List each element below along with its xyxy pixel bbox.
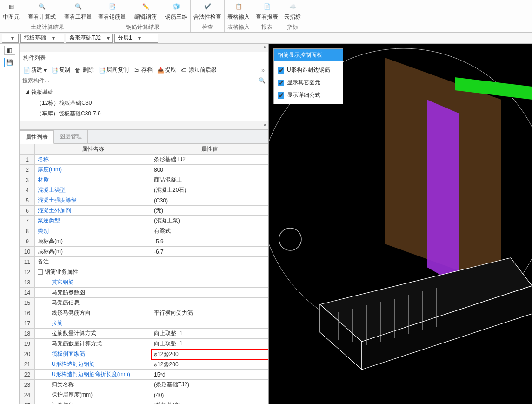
table-row[interactable]: 14马凳筋参数图 [20,288,268,298]
rail-btn-1[interactable]: ◧ [4,46,15,55]
ribbon-group-table: 📋表格输入 表格输入 [225,0,253,32]
rib-qty[interactable]: 🔍查看工程量 [64,1,92,21]
prop-value[interactable]: (无) [151,206,268,216]
prop-value[interactable] [151,298,268,308]
prop-value[interactable] [151,267,268,277]
new-button[interactable]: 📄新建 ▾ [23,66,47,74]
checkbox[interactable] [278,80,284,86]
rib-edit-rebar[interactable]: ✏️编辑钢筋 [134,1,157,21]
prop-value[interactable]: 800 [151,165,268,175]
prop-value[interactable]: (混凝土20石) [151,185,268,195]
search-icon[interactable]: 🔍 [259,77,266,84]
opt-formula[interactable]: 显示详细公式 [278,91,339,99]
rib-validate[interactable]: ✔️合法性检查 [193,1,221,21]
prop-value[interactable]: 条形基础TJ2 [151,155,268,165]
table-row[interactable]: 25汇总信息(筏板基础) [20,400,268,404]
row-num: 1 [20,155,35,165]
rib-formula[interactable]: 🔍查看计算式 [28,1,56,21]
tab-properties[interactable]: 属性列表 [20,130,54,144]
prop-value[interactable]: -6.7 [151,247,268,257]
group-label: 检查 [202,21,213,31]
row-num: 13 [20,277,35,288]
table-row[interactable]: 16线形马凳筋方向平行横向受力筋 [20,308,268,318]
tree-item-1[interactable]: （12栋）筏板基础C30 [20,98,268,108]
prop-value[interactable]: (C30) [151,195,268,206]
tree-item-2[interactable]: （车库）筏板基础C30-7.9 [20,108,268,119]
prop-value[interactable]: 商品混凝土 [151,175,268,185]
search-input[interactable] [22,77,259,84]
rib-rebar-qty[interactable]: 📑查看钢筋量 [98,1,126,21]
rib-cloud[interactable]: ☁️云指标 [284,1,301,21]
combo-layer[interactable]: 分层1▾ [114,34,158,43]
rib-midel[interactable]: ▦中图元 [3,1,20,21]
prop-value[interactable]: -5.9 [151,236,268,247]
rib-table-input[interactable]: 📋表格输入 [227,1,250,21]
prop-value[interactable]: (筏板基础) [151,400,268,404]
table-row[interactable]: 1名称条形基础TJ2 [20,155,268,165]
table-row[interactable]: 23归类名称(条形基础TJ2) [20,380,268,390]
prop-value[interactable]: ⌀12@200 [151,359,268,370]
table-row[interactable]: 19马凳筋数量计算方式向上取整+1 [20,339,268,349]
table-row[interactable]: 8类别有梁式 [20,226,268,236]
table-row[interactable]: 15马凳筋信息 [20,298,268,308]
table-row[interactable]: 9顶标高(m)-5.9 [20,236,268,247]
tree-root[interactable]: ◢ 筏板基础 [20,87,268,98]
prop-value[interactable]: 15*d [151,370,268,380]
copy-button[interactable]: 📑复制 [51,66,70,74]
prop-value[interactable]: 向上取整+1 [151,339,268,349]
table-row[interactable]: 10底标高(m)-6.7 [20,247,268,257]
table-row[interactable]: 2厚度(mm)800 [20,165,268,175]
table-row[interactable]: 17拉筋 [20,318,268,329]
table-row[interactable]: 21U形构造封边钢筋⌀12@200 [20,359,268,370]
prop-value[interactable]: 向上取整+1 [151,329,268,339]
toolbar-more[interactable]: » [261,67,265,74]
stash-button[interactable]: 🗂存档 [133,66,153,74]
table-row[interactable]: 5混凝土强度等级(C30) [20,195,268,206]
checkbox[interactable] [278,92,284,99]
prop-value[interactable] [151,257,268,267]
table-row[interactable]: 7泵送类型(混凝土泵) [20,216,268,226]
close-icon[interactable]: × [264,44,266,50]
checkbox[interactable] [278,67,284,74]
table-row[interactable]: 22U形构造封边钢筋弯折长度(mm)15*d [20,370,268,380]
ribbon-bar: ▦中图元 🔍查看计算式 🔍查看工程量 土建计算结果 📑查看钢筋量 ✏️编辑钢筋 … [0,0,532,33]
table-row[interactable]: 11备注 [20,257,268,267]
prop-value[interactable]: (混凝土泵) [151,216,268,226]
row-num: 10 [20,247,35,257]
table-icon: 📋 [233,1,244,12]
table-row[interactable]: 4混凝土类型(混凝土20石) [20,185,268,195]
rail-btn-2[interactable]: 💾 [4,58,15,67]
affix-button[interactable]: 🏷添加前后缀 [181,66,217,74]
table-row[interactable]: 20筏板侧面纵筋⌀12@200 [20,349,268,359]
close-icon[interactable]: × [264,122,266,128]
table-row[interactable]: 13其它钢筋 [20,277,268,288]
prop-value[interactable]: ⌀12@200 [151,349,268,359]
combo-blank[interactable]: ▾ [2,34,19,43]
row-num: 22 [20,370,35,380]
tab-layers[interactable]: 图层管理 [53,130,88,143]
opt-u-rebar[interactable]: U形构造封边钢筋 [278,66,339,74]
table-row[interactable]: 6混凝土外加剂(无) [20,206,268,216]
viewport-3d[interactable]: 钢筋显示控制面板 U形构造封边钢筋 显示其它图元 显示详细公式 [269,44,532,404]
prop-value[interactable]: 有梁式 [151,226,268,236]
prop-value[interactable]: 平行横向受力筋 [151,308,268,318]
rib-report[interactable]: 📄查看报表 [256,1,278,21]
opt-other[interactable]: 显示其它图元 [278,79,339,87]
table-row[interactable]: 24保护层厚度(mm)(40) [20,390,268,400]
extract-button[interactable]: 📤提取 [157,66,176,74]
prop-value[interactable] [151,318,268,329]
combo-component[interactable]: 条形基础TJ2▾ [66,34,113,43]
combo-category[interactable]: 筏板基础▾ [20,34,64,43]
prop-value[interactable]: (条形基础TJ2) [151,380,268,390]
prop-value[interactable] [151,288,268,298]
edit-rebar-icon: ✏️ [140,1,151,12]
prop-value[interactable] [151,277,268,288]
prop-value[interactable]: (40) [151,390,268,400]
table-row[interactable]: 18拉筋数量计算方式向上取整+1 [20,329,268,339]
table-row[interactable]: 12−钢筋业务属性 [20,267,268,277]
rib-rebar3d[interactable]: 🧊钢筋三维 [165,1,187,21]
delete-button[interactable]: 🗑删除 [75,66,94,74]
layer-copy-button[interactable]: 📑层间复制 [99,66,129,74]
table-row[interactable]: 3材质商品混凝土 [20,175,268,185]
extract-icon: 📤 [157,67,164,74]
